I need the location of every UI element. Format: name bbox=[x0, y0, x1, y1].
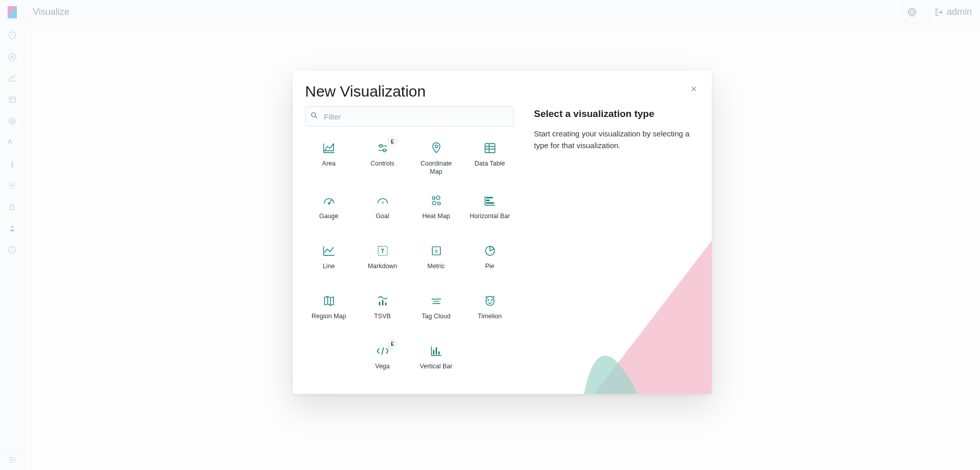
main-area: Visualize admin New Visualization bbox=[25, 0, 980, 470]
svg-point-14 bbox=[379, 145, 382, 147]
vis-type-label: Vertical Bar bbox=[420, 362, 453, 370]
vis-type-pie[interactable]: Pie bbox=[466, 238, 514, 281]
goal-icon: 8 bbox=[375, 193, 391, 209]
side-nav: A bbox=[0, 0, 25, 470]
vis-type-label: Goal bbox=[376, 212, 389, 220]
breadcrumb[interactable]: Visualize bbox=[33, 7, 69, 17]
svg-rect-8 bbox=[10, 206, 14, 209]
vis-type-label: Horizontal Bar bbox=[470, 212, 510, 220]
vis-type-goal[interactable]: 8Goal bbox=[359, 187, 406, 231]
vis-type-label: Data Table bbox=[475, 159, 505, 168]
search-icon bbox=[310, 111, 318, 122]
nav-discover[interactable] bbox=[0, 46, 25, 67]
nav-canvas[interactable] bbox=[0, 110, 25, 132]
nav-visualize[interactable] bbox=[0, 67, 25, 89]
vis-type-label: Coordinate Map bbox=[414, 159, 458, 176]
help-icon[interactable] bbox=[902, 3, 922, 22]
vis-type-timelion[interactable]: Timelion bbox=[466, 288, 514, 332]
datatable-icon bbox=[482, 140, 498, 156]
horizbar-icon bbox=[482, 193, 498, 209]
logout-icon bbox=[935, 8, 944, 17]
vis-type-vega[interactable]: VegaE bbox=[359, 338, 406, 382]
svg-point-23 bbox=[437, 202, 440, 204]
nav-dashboard[interactable] bbox=[0, 89, 25, 110]
regionmap-icon bbox=[321, 293, 337, 309]
nav-management[interactable] bbox=[0, 175, 25, 196]
markdown-icon: T bbox=[375, 243, 391, 259]
vis-type-regionmap[interactable]: Region Map bbox=[305, 288, 353, 332]
collapse-sidebar-button[interactable] bbox=[0, 449, 25, 470]
vis-type-metric[interactable]: 8Metric bbox=[412, 238, 460, 281]
modal-header: New Visualization bbox=[293, 70, 712, 106]
pie-icon bbox=[482, 243, 498, 259]
vis-type-controls[interactable]: ControlsE bbox=[359, 135, 406, 181]
area-icon bbox=[321, 140, 337, 156]
vis-type-vertbar[interactable]: Vertical Bar bbox=[412, 338, 460, 382]
vis-type-label: Timelion bbox=[478, 312, 502, 320]
svg-point-18 bbox=[328, 202, 330, 204]
svg-point-22 bbox=[432, 201, 436, 204]
svg-point-12 bbox=[911, 10, 914, 14]
vis-type-markdown[interactable]: TMarkdown bbox=[359, 238, 406, 281]
close-icon bbox=[690, 85, 697, 92]
vis-type-tagcloud[interactable]: Tag Cloud bbox=[412, 288, 460, 332]
svg-text:8: 8 bbox=[435, 248, 437, 254]
svg-text:T: T bbox=[381, 247, 384, 253]
app-root: A Visualize bbox=[0, 0, 980, 470]
svg-point-30 bbox=[491, 299, 492, 300]
nav-about[interactable] bbox=[0, 239, 25, 261]
vis-type-label: Pie bbox=[485, 262, 494, 270]
filter-input[interactable] bbox=[305, 106, 514, 127]
vis-type-label: TSVB bbox=[374, 312, 391, 320]
info-panel: Select a visualization type Start creati… bbox=[534, 106, 699, 382]
content-area: New Visualization bbox=[25, 25, 980, 470]
svg-point-13 bbox=[312, 113, 316, 117]
coordmap-icon bbox=[428, 140, 445, 156]
info-description: Start creating your visualization by sel… bbox=[534, 128, 699, 152]
vis-type-heatmap[interactable]: Heat Map bbox=[412, 187, 460, 231]
nav-recent[interactable] bbox=[0, 25, 25, 46]
svg-rect-17 bbox=[485, 144, 495, 153]
vis-type-label: Markdown bbox=[368, 262, 398, 270]
logout-button[interactable]: admin bbox=[928, 3, 972, 22]
svg-point-3 bbox=[9, 53, 16, 60]
vis-type-horizbar[interactable]: Horizontal Bar bbox=[466, 187, 514, 231]
modal-title: New Visualization bbox=[305, 83, 426, 100]
vis-type-label: Tag Cloud bbox=[422, 312, 450, 320]
vis-type-label: Controls bbox=[370, 159, 394, 168]
vis-type-label: Heat Map bbox=[422, 212, 450, 220]
vis-type-gauge[interactable]: Gauge bbox=[305, 187, 353, 231]
nav-profile[interactable] bbox=[0, 218, 25, 239]
vis-type-tsvb[interactable]: TSVB bbox=[359, 288, 406, 332]
svg-point-7 bbox=[11, 184, 13, 187]
modal-body: AreaControlsECoordinate MapData TableGau… bbox=[293, 106, 712, 394]
gauge-icon bbox=[321, 193, 337, 209]
tsvb-icon bbox=[375, 293, 391, 309]
heatmap-icon bbox=[428, 193, 445, 209]
vis-type-datatable[interactable]: Data Table bbox=[466, 135, 514, 181]
vis-type-grid: AreaControlsECoordinate MapData TableGau… bbox=[305, 135, 514, 382]
nav-apm[interactable]: A bbox=[0, 132, 25, 153]
close-button[interactable] bbox=[688, 83, 699, 96]
vis-picker-column: AreaControlsECoordinate MapData TableGau… bbox=[305, 106, 514, 382]
svg-point-29 bbox=[487, 299, 488, 300]
vis-type-label: Vega bbox=[375, 362, 390, 370]
experimental-badge: E bbox=[388, 340, 397, 349]
nav-devtools[interactable] bbox=[0, 153, 25, 175]
svg-point-16 bbox=[435, 145, 437, 148]
svg-point-21 bbox=[436, 196, 440, 199]
filter-wrap bbox=[305, 106, 514, 127]
timelion-icon bbox=[482, 293, 498, 309]
tagcloud-icon bbox=[428, 293, 445, 309]
vis-type-label: Metric bbox=[427, 262, 445, 270]
vis-type-area[interactable]: Area bbox=[305, 135, 353, 181]
vis-type-line[interactable]: Line bbox=[305, 238, 353, 281]
vis-type-coordmap[interactable]: Coordinate Map bbox=[412, 135, 460, 181]
modal-overlay: New Visualization bbox=[25, 25, 980, 470]
vis-type-label: Region Map bbox=[312, 312, 346, 320]
experimental-badge: E bbox=[388, 137, 397, 146]
kibana-logo[interactable] bbox=[0, 0, 25, 25]
letter-a-icon: A bbox=[8, 138, 17, 147]
nav-security[interactable] bbox=[0, 196, 25, 218]
svg-text:8: 8 bbox=[382, 201, 384, 204]
